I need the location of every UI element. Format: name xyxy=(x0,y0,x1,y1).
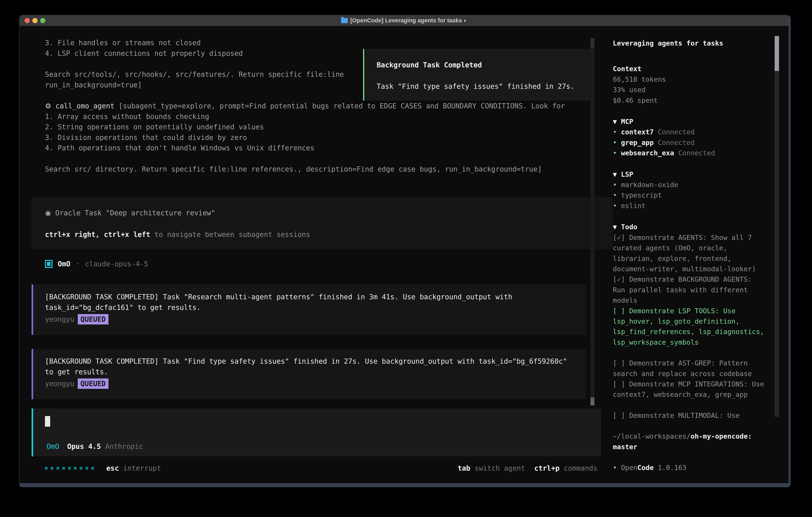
task-meta-row: yeongyu QUEUED xyxy=(45,378,574,389)
terminal-output-search1: Search src/tools/, src/hooks/, src/featu… xyxy=(45,69,344,90)
workspace-path: ~/local-workspaces/oh-my-opencode:master xyxy=(613,431,766,452)
window-title: [OpenCode] Leveraging agents for tasks ◐ xyxy=(350,17,467,24)
screen: [OpenCode] Leveraging agents for tasks ◐… xyxy=(0,0,812,517)
output-line: Search src/ directory. Return specific f… xyxy=(45,165,542,173)
todo-item-active: [ ] Demonstrate LSP TOOLS: Use lsp_hover… xyxy=(613,306,766,348)
input-provider: Anthropic xyxy=(105,442,143,451)
folder-icon xyxy=(341,18,348,23)
context-used: 33% used xyxy=(613,85,766,95)
session-sidebar: Leveraging agents for tasks Context 66,5… xyxy=(613,38,766,473)
green-dot-icon: • xyxy=(613,464,621,472)
task-meta-row: yeongyu QUEUED xyxy=(45,314,574,325)
hint-keys: ctrl+x right, ctrl+x left xyxy=(45,230,150,239)
mcp-section-header[interactable]: ▼ MCP xyxy=(613,116,766,127)
background-task-message: [BACKGROUND TASK COMPLETED] Task "Find t… xyxy=(32,349,586,399)
oracle-task-line: ◉ Oracle Task "Deep architecture review" xyxy=(45,208,613,218)
toast-title: Background Task Completed xyxy=(377,60,591,70)
task-message-text: [BACKGROUND TASK COMPLETED] Task "Resear… xyxy=(45,292,574,313)
tool-name: call_omo_agent xyxy=(55,102,114,110)
spinner-dots-icon xyxy=(45,467,94,470)
green-dot-icon: • xyxy=(613,139,621,146)
opencode-version: • OpenCode 1.0.163 xyxy=(613,462,766,473)
main-scrollbar[interactable] xyxy=(590,38,594,406)
background-task-message: [BACKGROUND TASK COMPLETED] Task "Resear… xyxy=(32,284,586,335)
tab-shortcut[interactable]: tab switch agent xyxy=(458,463,525,473)
gear-icon: ⚙ xyxy=(45,102,51,110)
tool-args: [subagent_type=explore, prompt=Find pote… xyxy=(45,102,565,152)
subagent-nav-hint: ctrl+x right, ctrl+x left to navigate be… xyxy=(45,229,613,240)
status-bar: esc interrupt tab switch agent ctrl+p co… xyxy=(45,463,598,473)
terminal-output-leaks: 3. File handles or streams not closed4. … xyxy=(45,37,243,59)
text-cursor xyxy=(45,416,50,427)
background-task-toast: Background Task Completed Task "Find typ… xyxy=(363,49,593,101)
todo-item: [ ] Demonstrate MCP INTEGRATIONS: Use co… xyxy=(613,379,766,400)
queued-status-badge: QUEUED xyxy=(78,378,109,389)
green-dot-icon: • xyxy=(613,202,621,210)
minimize-window-icon[interactable] xyxy=(32,18,37,23)
todo-checkbox: [ ] xyxy=(613,380,629,388)
input-meta-row: OmO Opus 4.5 Anthropic xyxy=(47,442,143,451)
green-dot-icon: • xyxy=(613,149,621,157)
lsp-item: • eslint xyxy=(613,200,766,211)
todo-item: [ ] Demonstrate AST-GREP: Pattern search… xyxy=(613,358,766,379)
lsp-section-header[interactable]: ▼ LSP xyxy=(613,169,766,180)
scrollbar-thumb[interactable] xyxy=(590,398,594,405)
output-line: Search src/tools/, src/hooks/, src/featu… xyxy=(45,71,344,78)
agent-square-icon xyxy=(45,260,53,268)
task-user: yeongyu xyxy=(45,314,75,325)
esc-shortcut[interactable]: esc interrupt xyxy=(106,463,161,473)
todo-item: [ ] Demonstrate MULTIMODAL: Use xyxy=(613,410,766,420)
terminal-content: 3. File handles or streams not closed4. … xyxy=(20,26,789,483)
task-message-text: [BACKGROUND TASK COMPLETED] Task "Find t… xyxy=(45,356,574,377)
queued-status-badge: QUEUED xyxy=(78,314,109,324)
agent-model: claude-opus-4-5 xyxy=(85,260,148,268)
output-line: run_in_background=true] xyxy=(45,81,142,89)
todo-section-header[interactable]: ▼ Todo xyxy=(613,222,766,232)
zoom-window-icon[interactable] xyxy=(40,18,46,23)
agent-name: OmO xyxy=(58,260,70,268)
mcp-item: • grep_app Connected xyxy=(613,137,766,148)
scrollbar-thumb[interactable] xyxy=(775,36,779,71)
green-dot-icon: • xyxy=(613,128,621,136)
green-dot-icon: • xyxy=(613,191,621,199)
terminal-output-search2: Search src/ directory. Return specific f… xyxy=(45,164,586,174)
opencode-window: [OpenCode] Leveraging agents for tasks ◐… xyxy=(19,15,791,487)
context-heading: Context xyxy=(613,63,766,74)
oracle-task-label: Oracle Task "Deep architecture review" xyxy=(51,209,215,217)
oracle-task-panel: ◉ Oracle Task "Deep architecture review"… xyxy=(32,197,613,249)
todo-checkbox: [ ] xyxy=(613,411,629,419)
status-right: tab switch agent ctrl+p commands xyxy=(458,463,598,473)
window-title-group: [OpenCode] Leveraging agents for tasks ◐ xyxy=(20,17,789,24)
status-left: esc interrupt xyxy=(45,463,161,473)
prompt-input[interactable]: OmO Opus 4.5 Anthropic xyxy=(32,408,601,456)
lsp-item: • markdown-oxide xyxy=(613,180,766,190)
mcp-item: • websearch_exa Connected xyxy=(613,148,766,158)
lsp-item: • typescript xyxy=(613,190,766,200)
toast-body: Task "Find type safety issues" finished … xyxy=(377,81,591,91)
output-line: 3. File handles or streams not closed xyxy=(45,39,201,47)
terminal-tool-call: ⚙ call_omo_agent [subagent_type=explore,… xyxy=(45,101,586,153)
session-title: Leveraging agents for tasks xyxy=(613,38,766,48)
sidebar-scrollbar[interactable] xyxy=(775,36,779,417)
todo-checkbox: [ ] xyxy=(613,359,629,367)
traffic-lights xyxy=(25,15,46,26)
todo-item: [✓] Demonstrate AGENTS: Show all 7 curat… xyxy=(613,232,766,274)
agent-session-line[interactable]: OmO · claude-opus-4-5 xyxy=(45,260,148,268)
record-icon: ◉ xyxy=(45,209,51,217)
input-model: Opus 4.5 xyxy=(67,442,101,451)
green-dot-icon: • xyxy=(613,181,621,189)
todo-checkbox: [✓] xyxy=(613,234,629,242)
scrollbar-segment[interactable] xyxy=(590,38,594,48)
context-spent: $0.46 spent xyxy=(613,95,766,106)
todo-item: [✓] Demonstrate BACKGROUND AGENTS: Run p… xyxy=(613,274,766,305)
context-tokens: 66,518 tokens xyxy=(613,74,766,85)
separator-dot: · xyxy=(76,260,80,268)
close-window-icon[interactable] xyxy=(25,18,30,23)
input-agent: OmO xyxy=(47,442,59,451)
todo-checkbox: [ ] xyxy=(613,307,629,315)
todo-checkbox: [✓] xyxy=(613,275,629,283)
window-titlebar: [OpenCode] Leveraging agents for tasks ◐ xyxy=(20,15,789,26)
commands-shortcut[interactable]: ctrl+p commands xyxy=(534,463,598,473)
mcp-item: • context7 Connected xyxy=(613,127,766,137)
output-line: 4. LSP client connections not properly d… xyxy=(45,49,243,57)
